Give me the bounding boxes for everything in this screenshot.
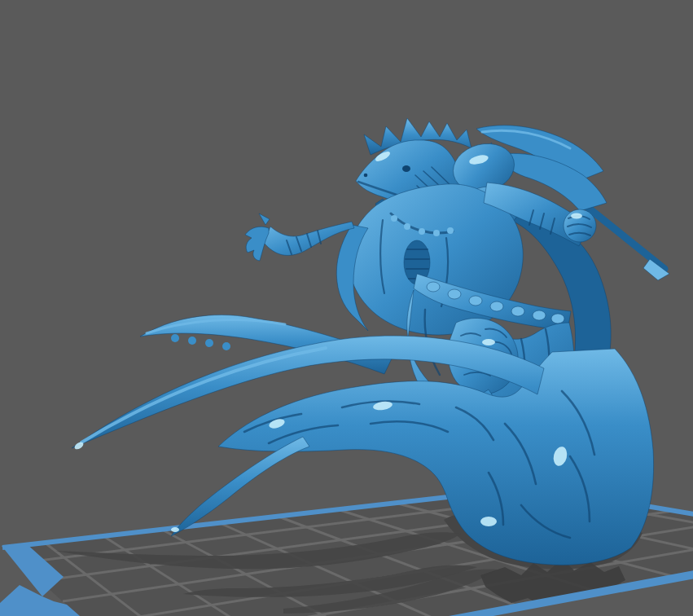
belt-stud [427,282,440,292]
belt-stud [469,296,482,306]
fist-highlight [571,213,582,219]
belt-stud [448,289,461,299]
viewport-3d[interactable] [0,0,693,616]
horn-scale-bump [205,339,213,347]
nostril [364,174,368,178]
scene-svg [0,0,693,616]
necklace-bead [404,223,410,230]
necklace-bead [433,230,440,236]
necklace-bead [419,228,425,235]
necklace-bead [391,215,397,222]
belt-stud [551,314,564,323]
belt-stud [533,310,546,320]
eye [402,165,410,172]
horn-scale-bump [222,342,230,350]
belt-stud [490,301,503,311]
horn-scale-bump [188,337,196,345]
thigh-highlight [482,339,495,345]
horn-tip-highlight [171,527,179,532]
necklace-bead [447,227,454,234]
rock-highlight [480,517,497,526]
belt-stud [511,306,524,316]
horn-scale-bump [171,334,179,342]
